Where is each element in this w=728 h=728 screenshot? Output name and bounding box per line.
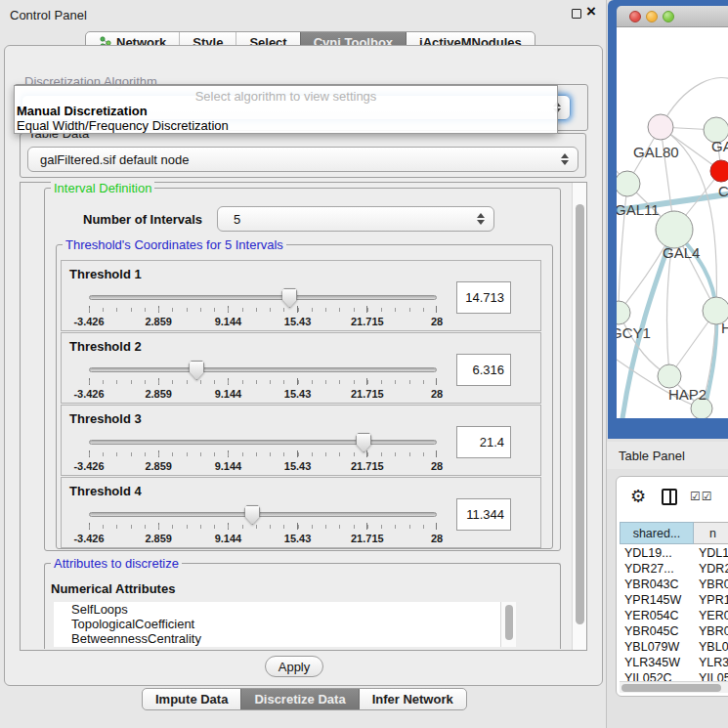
node-gal4[interactable] bbox=[656, 211, 693, 248]
slider-thumb[interactable] bbox=[189, 361, 204, 380]
vertical-scrollbar[interactable] bbox=[572, 183, 586, 650]
list-item[interactable]: SelfLoops bbox=[54, 602, 516, 617]
table-data-select[interactable]: galFiltered.sif default node bbox=[27, 147, 578, 172]
slider-tick-labels: -3.426 2.859 9.144 15.43 21.715 28 bbox=[89, 460, 437, 474]
node-label: GAL4 bbox=[663, 244, 700, 261]
threshold-4-panel: Threshold 4 -3.426 2.859 9.144 15.43 21.… bbox=[61, 477, 541, 548]
attributes-group-label: Attributes to discretize bbox=[51, 556, 182, 571]
tab-discretize-data[interactable]: Discretize Data bbox=[240, 689, 358, 709]
window-zoom-traffic-light[interactable] bbox=[663, 11, 674, 22]
slider-thumb[interactable] bbox=[356, 433, 371, 452]
numerical-attributes-label: Numerical Attributes bbox=[51, 581, 175, 596]
number-of-intervals-label: Number of Intervals bbox=[83, 212, 202, 227]
bottom-tab-bar: Impute Data Discretize Data Infer Networ… bbox=[142, 688, 467, 710]
node-label: C bbox=[718, 183, 728, 199]
slider-thumb[interactable] bbox=[244, 505, 260, 525]
control-panel: Control Panel × Network Style Select Cyn… bbox=[0, 0, 607, 728]
apply-button[interactable]: Apply bbox=[265, 656, 323, 677]
tab-impute-data[interactable]: Impute Data bbox=[143, 689, 240, 709]
threshold-1-value-input[interactable] bbox=[456, 281, 511, 314]
number-of-intervals-select[interactable]: 5 bbox=[217, 206, 494, 232]
dropdown-option-equal-width[interactable]: Equal Width/Frequency Discretization bbox=[17, 118, 229, 133]
slider-track[interactable] bbox=[89, 512, 437, 517]
node-label: GA bbox=[711, 138, 728, 154]
node-gal80[interactable] bbox=[648, 114, 673, 140]
vertical-scrollbar-thumb[interactable] bbox=[576, 204, 584, 624]
network-window-titlebar[interactable] bbox=[617, 6, 728, 27]
table-row[interactable]: YBR045CYBR045C bbox=[620, 623, 728, 639]
window-close-traffic-light[interactable] bbox=[629, 11, 641, 22]
slider-minor-ticks bbox=[89, 380, 437, 384]
slider-track[interactable] bbox=[89, 367, 437, 372]
dropdown-placeholder-option[interactable]: Select algorithm to view settings bbox=[15, 89, 557, 104]
threshold-3-slider[interactable]: -3.426 2.859 9.144 15.43 21.715 28 bbox=[89, 433, 437, 474]
screen: Control Panel × Network Style Select Cyn… bbox=[0, 0, 728, 728]
table-row[interactable]: YBL079WYBL079W bbox=[620, 639, 728, 655]
numerical-attributes-list: SelfLoops TopologicalCoefficient Between… bbox=[54, 602, 516, 647]
threshold-1-slider[interactable]: -3.426 2.859 9.144 15.43 21.715 28 bbox=[89, 288, 437, 329]
gear-icon[interactable]: ⚙ bbox=[630, 488, 646, 505]
threshold-1-label: Threshold 1 bbox=[69, 267, 142, 281]
table-row[interactable]: YBR043CYBR043C bbox=[620, 577, 728, 592]
slider-minor-ticks bbox=[89, 452, 437, 456]
table-row[interactable]: YDL19...YDL19... bbox=[620, 545, 728, 561]
table-row[interactable]: YDR27...YDR27... bbox=[620, 561, 728, 577]
attributes-list-scrollbar[interactable] bbox=[500, 602, 516, 647]
threshold-4-slider[interactable]: -3.426 2.859 9.144 15.43 21.715 28 bbox=[89, 505, 437, 546]
select-columns-icon[interactable]: ☑☑ bbox=[690, 490, 713, 503]
select-arrows-icon bbox=[477, 213, 485, 225]
slider-tick-labels: -3.426 2.859 9.144 15.43 21.715 28 bbox=[89, 388, 437, 402]
slider-track[interactable] bbox=[89, 440, 437, 445]
threshold-3-panel: Threshold 3 -3.426 2.859 9.144 15.43 21.… bbox=[61, 405, 541, 476]
threshold-2-slider[interactable]: -3.426 2.859 9.144 15.43 21.715 28 bbox=[89, 361, 437, 402]
tab-infer-network[interactable]: Infer Network bbox=[359, 689, 466, 709]
threshold-2-panel: Threshold 2 -3.426 2.859 9.144 15.43 21.… bbox=[61, 332, 541, 404]
horizontal-scrollbar-thumb[interactable] bbox=[621, 684, 721, 692]
select-arrows-icon bbox=[561, 153, 569, 165]
node-hap2[interactable] bbox=[658, 364, 681, 388]
node-label: GAL11 bbox=[617, 201, 660, 218]
dropdown-option-manual[interactable]: Manual Discretization bbox=[17, 104, 148, 118]
node-label: GCY1 bbox=[617, 324, 651, 341]
threshold-3-value-input[interactable] bbox=[456, 426, 511, 458]
panel-title: Control Panel bbox=[10, 8, 87, 22]
slider-tick-labels: -3.426 2.859 9.144 15.43 21.715 28 bbox=[89, 533, 437, 546]
window-minimize-traffic-light[interactable] bbox=[646, 11, 658, 22]
interval-definition-label: Interval Definition bbox=[51, 181, 154, 195]
node-label: GAL80 bbox=[633, 144, 679, 160]
node-selected-red[interactable] bbox=[710, 160, 728, 182]
slider-minor-ticks bbox=[89, 525, 437, 529]
threshold-3-label: Threshold 3 bbox=[69, 411, 142, 426]
slider-track[interactable] bbox=[89, 295, 437, 300]
attributes-list-scrollbar-thumb[interactable] bbox=[505, 605, 513, 640]
horizontal-scrollbar[interactable] bbox=[620, 681, 728, 693]
close-icon[interactable]: × bbox=[586, 2, 596, 21]
node-label: HAP2 bbox=[668, 386, 707, 403]
float-window-icon[interactable] bbox=[572, 9, 581, 19]
threshold-coords-label: Threshold's Coordinates for 5 Intervals bbox=[63, 237, 286, 252]
network-canvas[interactable]: GAL80 GA C GAL11 GAL4 GCY1 H HAP2 bbox=[617, 27, 728, 418]
table-row[interactable]: YPR145WYPR145W bbox=[620, 592, 728, 608]
node-gal11[interactable] bbox=[617, 171, 640, 196]
threshold-4-label: Threshold 4 bbox=[69, 484, 142, 498]
node-gcy1[interactable] bbox=[617, 301, 630, 324]
table-row[interactable]: YIL052CYIL052C bbox=[620, 670, 728, 681]
table-row[interactable]: YER054CYER054C bbox=[620, 608, 728, 623]
algorithm-dropdown-popup: Select algorithm to view settings Manual… bbox=[14, 85, 558, 134]
slider-tick-labels: -3.426 2.859 9.144 15.43 21.715 28 bbox=[89, 316, 437, 329]
table-panel-title: Table Panel bbox=[619, 449, 685, 463]
threshold-1-panel: Threshold 1 -3.426 2.859 9.144 15.43 21.… bbox=[61, 260, 541, 331]
list-item[interactable]: TopologicalCoefficient bbox=[54, 617, 516, 631]
threshold-4-value-input[interactable] bbox=[456, 498, 511, 531]
table-row[interactable]: YLR345WYLR345W bbox=[620, 655, 728, 670]
column-header-shared-name[interactable]: shared... bbox=[620, 522, 694, 544]
column-header-name[interactable]: n bbox=[694, 522, 728, 544]
threshold-2-label: Threshold 2 bbox=[69, 339, 142, 354]
node-label: H bbox=[721, 320, 728, 336]
threshold-2-value-input[interactable] bbox=[456, 354, 511, 386]
slider-minor-ticks bbox=[89, 308, 437, 312]
list-item[interactable]: BetweennessCentrality bbox=[54, 631, 516, 646]
slider-thumb[interactable] bbox=[281, 288, 297, 308]
column-layout-icon[interactable] bbox=[662, 489, 677, 505]
